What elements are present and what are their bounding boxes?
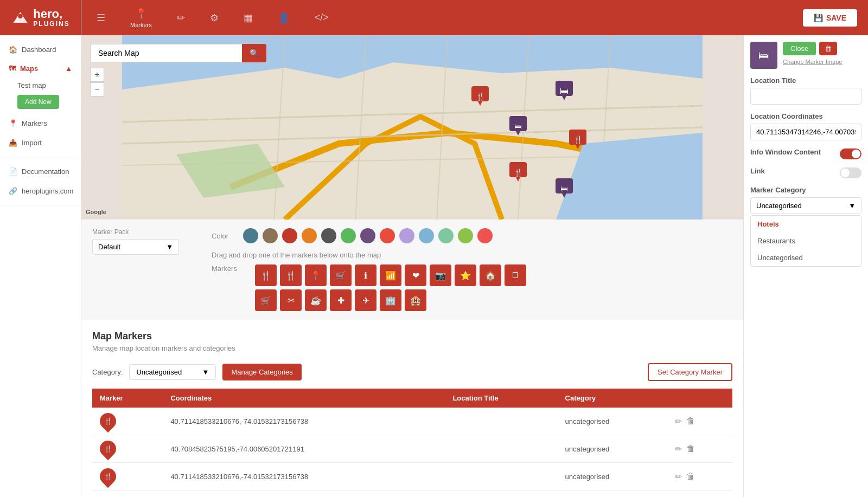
marker-btn-home[interactable]: 🏠 [480, 264, 501, 286]
map-icon: 🗺 [9, 64, 16, 73]
sidebar-item-dashboard[interactable]: 🏠 Dashboard [0, 40, 81, 59]
nav-item-code[interactable]: </> [310, 10, 333, 25]
sidebar-item-label: Markers [22, 119, 47, 127]
content-area: 🛏 🛏 🛏 [81, 35, 868, 497]
color-dot-1[interactable] [263, 228, 278, 243]
dropdown-item-uncategorised[interactable]: Uncategorised [751, 249, 861, 266]
change-marker-link[interactable]: Change Marker Image [783, 59, 842, 65]
edit-marker-button[interactable]: ✏ [675, 444, 682, 454]
nav-item-user[interactable]: 👤 [273, 10, 294, 26]
nav-item-markers[interactable]: 📍 Markers [126, 5, 156, 30]
sidebar-item-heroplugins[interactable]: 🔗 heroplugins.com [0, 181, 81, 201]
zoom-out-button[interactable]: − [90, 82, 104, 96]
submenu-test-map[interactable]: Test map [9, 78, 81, 93]
marker-btn-plane[interactable]: ✈ [355, 289, 376, 311]
row-action-cell: ✏ 🗑 [667, 408, 732, 435]
set-category-marker-button[interactable]: Set Category Marker [648, 363, 732, 381]
delete-marker-button[interactable]: 🗑 [686, 416, 695, 426]
sidebar-item-markers[interactable]: 📍 Markers [0, 113, 81, 133]
color-dot-3[interactable] [302, 228, 317, 243]
color-dot-8[interactable] [399, 228, 414, 243]
marker-btn-pin[interactable]: 📍 [305, 264, 327, 286]
marker-btn-wifi[interactable]: 📶 [380, 264, 401, 286]
marker-btn-info[interactable]: ℹ [355, 264, 376, 286]
category-label: Category: [92, 368, 123, 376]
save-button[interactable]: 💾 SAVE [803, 9, 857, 27]
marker-btn-heart[interactable]: ❤ [405, 264, 426, 286]
main-content: ☰ 📍 Markers ✏ ⚙ ▦ 👤 </> 💾 SAVE [81, 0, 868, 497]
info-window-toggle[interactable] [840, 149, 861, 159]
delete-button[interactable]: 🗑 [819, 42, 837, 55]
dropdown-item-restaurants[interactable]: Restaurants [751, 233, 861, 249]
table-controls: Category: Uncategorised ▼ Manage Categor… [92, 363, 732, 381]
marker-btn-hotel[interactable]: 🏨 [405, 289, 426, 311]
row-marker-icon: 🍴 [97, 465, 119, 488]
nav-item-settings[interactable]: ⚙ [206, 10, 223, 26]
dropdown-item-hotels[interactable]: Hotels [751, 216, 861, 233]
color-dot-2[interactable] [282, 228, 297, 243]
row-marker-cell: 🍴 [92, 435, 163, 463]
location-title-input[interactable] [750, 88, 861, 105]
markers-row-2: 🛒 ✂ ☕ ✚ ✈ 🏢 🏨 [255, 289, 732, 311]
marker-btn-fork[interactable]: 🍴 [255, 264, 277, 286]
nav-item-route[interactable]: ✏ [173, 10, 189, 26]
marker-btn-building[interactable]: 🏢 [380, 289, 401, 311]
row-location-title [445, 463, 557, 490]
nav-item-table[interactable]: ▦ [239, 10, 257, 26]
sidebar-item-maps[interactable]: 🗺 Maps ▲ [0, 59, 81, 78]
color-dot-7[interactable] [380, 228, 395, 243]
color-label: Color [212, 232, 233, 240]
logo-area: hero, PLUGINS [0, 0, 81, 35]
marker-btn-cart2[interactable]: 🛒 [255, 289, 277, 311]
panel-marker-preview: 🛏 Close 🗑 Change Marker Image [750, 42, 861, 69]
row-coordinates: 40.711418533210676,-74.01532173156738 [163, 408, 445, 435]
sidebar-item-label: Import [22, 139, 42, 147]
nav-item-icons[interactable]: ☰ [92, 10, 110, 26]
sidebar-item-documentation[interactable]: 📄 Documentation [0, 162, 81, 181]
row-marker-icon: 🍴 [97, 410, 119, 433]
location-title-label: Location Title [750, 76, 861, 85]
user-icon: 👤 [278, 12, 290, 24]
search-button[interactable]: 🔍 [242, 44, 266, 62]
delete-marker-button[interactable]: 🗑 [686, 472, 695, 481]
color-dot-6[interactable] [360, 228, 375, 243]
category-dropdown[interactable]: Uncategorised ▼ [129, 364, 216, 380]
maps-submenu: Test map Add New [0, 78, 81, 109]
marker-btn-cart[interactable]: 🛒 [330, 264, 352, 286]
location-coords-input[interactable] [750, 124, 861, 140]
marker-fork-icon: 🍴 [104, 445, 112, 453]
category-value: Uncategorised [136, 368, 182, 376]
color-dot-10[interactable] [438, 228, 454, 243]
marker-btn-note[interactable]: 🗒 [505, 264, 526, 286]
color-dot-11[interactable] [458, 228, 473, 243]
color-dot-9[interactable] [419, 228, 434, 243]
marker-pack-dropdown[interactable]: Default ▼ [92, 239, 179, 255]
markers-right-section: Color [212, 228, 732, 311]
search-input[interactable] [90, 44, 242, 62]
svg-text:🍴: 🍴 [476, 92, 486, 101]
color-dot-12[interactable] [477, 228, 493, 243]
marker-btn-fork2[interactable]: 🍴 [280, 264, 302, 286]
edit-marker-button[interactable]: ✏ [675, 472, 682, 482]
close-button[interactable]: Close [783, 42, 816, 55]
manage-categories-button[interactable]: Manage Categories [222, 364, 301, 380]
markers-table-section: Map Markers Manage map location markers … [81, 320, 743, 497]
link-toggle[interactable] [840, 167, 861, 178]
col-actions [667, 389, 732, 408]
marker-btn-cup[interactable]: ☕ [305, 289, 327, 311]
zoom-in-button[interactable]: + [90, 68, 104, 82]
map-container[interactable]: 🛏 🛏 🛏 [81, 35, 743, 220]
section-title: Map Markers [92, 331, 732, 342]
delete-marker-button[interactable]: 🗑 [686, 444, 695, 454]
marker-category-dropdown[interactable]: Uncategorised ▼ [750, 197, 861, 214]
color-dot-5[interactable] [341, 228, 356, 243]
marker-btn-star[interactable]: ⭐ [455, 264, 476, 286]
marker-btn-cross[interactable]: ✚ [330, 289, 352, 311]
color-dot-4[interactable] [321, 228, 336, 243]
color-dot-0[interactable] [243, 228, 258, 243]
marker-btn-camera[interactable]: 📷 [430, 264, 451, 286]
edit-marker-button[interactable]: ✏ [675, 416, 682, 427]
add-new-button[interactable]: Add New [17, 95, 59, 109]
sidebar-item-import[interactable]: 📥 Import [0, 133, 81, 152]
marker-btn-scissors[interactable]: ✂ [280, 289, 302, 311]
